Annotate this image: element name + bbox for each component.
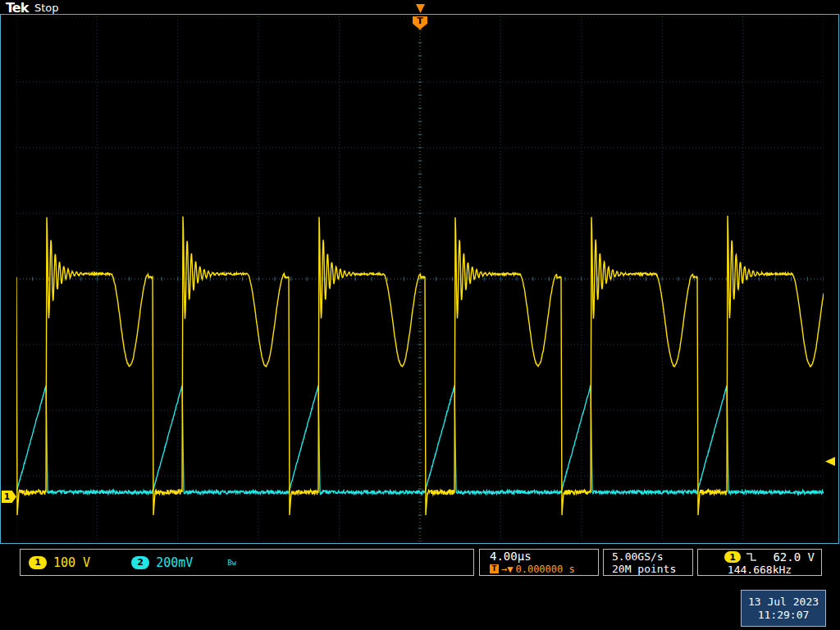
- waveform-plot: [16, 16, 824, 541]
- time-readout: 11:29:07: [758, 609, 810, 621]
- ch1-waveform: [16, 216, 824, 515]
- ch2-badge[interactable]: 2: [131, 556, 149, 569]
- trigger-icon: T: [490, 564, 499, 573]
- sample-rate-readout: 5.00GS/s: [612, 550, 692, 563]
- acquisition-readout-box: 5.00GS/s 20M points: [603, 549, 693, 576]
- ch2-bandwidth-icon: Bw: [227, 559, 236, 567]
- trigger-level-readout: 62.0 V: [773, 550, 815, 564]
- ch1-ground-marker[interactable]: 1: [2, 491, 16, 503]
- trigger-source-badge[interactable]: 1: [724, 551, 741, 563]
- trigger-readout-box: 1 62.0 V 144.668kHz: [697, 549, 822, 576]
- ch1-badge[interactable]: 1: [29, 556, 47, 569]
- acquisition-status: Stop: [34, 2, 59, 14]
- ch1-scale: 100 V: [53, 555, 90, 570]
- trigger-level-arrow-icon[interactable]: [825, 457, 835, 466]
- trigger-position-arrow-icon[interactable]: [416, 4, 425, 13]
- trigger-position-readout: T →▼ 0.000000 s: [490, 563, 598, 575]
- trigger-settings-row: 1 62.0 V: [698, 550, 821, 564]
- horizontal-readout-box: 4.00µs T →▼ 0.000000 s: [479, 549, 599, 576]
- arrow-marker-icon: →▼: [501, 564, 513, 575]
- oscilloscope-screen: Tek Stop T 1 1 100 V 2 200mV Bw 4.00µs T…: [0, 0, 840, 630]
- ch2-scale: 200mV: [156, 555, 193, 570]
- record-length-readout: 20M points: [612, 563, 692, 575]
- date-readout: 13 Jul 2023: [748, 596, 819, 608]
- trigger-slope-icon: [746, 552, 757, 562]
- trigger-position-value: 0.000000 s: [515, 564, 574, 575]
- timebase-readout: 4.00µs: [490, 550, 598, 563]
- channel-readout-box: 1 100 V 2 200mV Bw: [20, 549, 474, 576]
- trigger-frequency-readout: 144.668kHz: [698, 564, 821, 576]
- waveform-display: T 1: [0, 14, 839, 544]
- datetime-box: 13 Jul 2023 11:29:07: [741, 590, 826, 627]
